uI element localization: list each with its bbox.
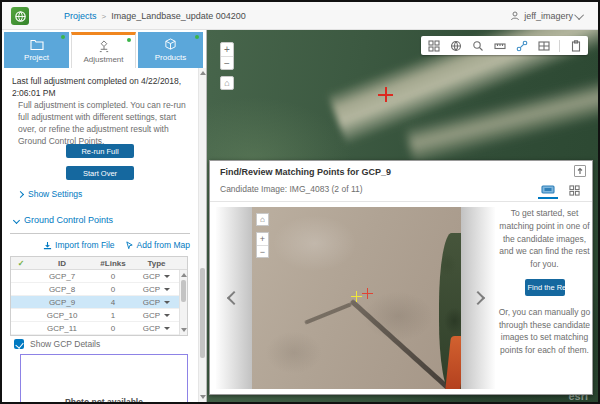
links-column-header: #Links — [93, 259, 133, 268]
start-over-button[interactable]: Start Over — [66, 166, 134, 180]
image-zoom-control: + − — [256, 232, 269, 258]
gcp-id: GCP_8 — [31, 285, 93, 294]
check-column-header: ✓ — [11, 259, 31, 268]
scroll-up-icon[interactable] — [200, 71, 206, 75]
panel-body: ⌂ + − To get started, set matching point… — [210, 201, 592, 394]
breadcrumb: Projects > Image_Landbase_update 004200 — [64, 2, 246, 30]
chevron-right-icon — [17, 190, 24, 197]
scroll-down-icon[interactable] — [181, 328, 187, 332]
single-image-view-toggle[interactable] — [538, 182, 558, 199]
breadcrumb-separator: > — [102, 12, 107, 21]
table-row[interactable]: GCP_11 0 GCP — [11, 322, 187, 335]
adjustment-icon — [97, 40, 111, 53]
tab-label: Adjustment — [83, 55, 123, 64]
image-zoom-in-button[interactable]: + — [257, 233, 268, 245]
zoom-out-button[interactable]: − — [221, 56, 233, 69]
gcp-table-header: ✓ ID #Links Type — [11, 257, 187, 270]
caret-down-icon — [164, 314, 170, 317]
esri-logo-icon[interactable] — [11, 7, 29, 25]
gcp-links-count: 1 — [93, 311, 133, 320]
gcp-section-toggle[interactable]: Ground Control Points — [14, 215, 113, 225]
project-title: Image_Landbase_update 004200 — [111, 11, 246, 21]
clipboard-icon[interactable] — [569, 39, 582, 52]
user-menu[interactable]: jeff_imagery — [510, 2, 584, 30]
view-toggle-group — [538, 182, 584, 199]
gcp-id: GCP_10 — [31, 311, 93, 320]
candidate-image[interactable]: ⌂ + − — [252, 207, 461, 389]
table-row-selected[interactable]: GCP_9 4 GCP — [11, 296, 187, 309]
popout-icon[interactable] — [574, 165, 586, 177]
scroll-thumb[interactable] — [181, 280, 186, 302]
folder-icon — [30, 39, 44, 51]
instructions-column: To get started, set matching point in on… — [495, 207, 594, 357]
map-pointer-icon — [125, 241, 134, 250]
image-home-button[interactable]: ⌂ — [256, 213, 269, 226]
gcp-type-dropdown[interactable]: GCP — [133, 311, 180, 320]
gcp-links-tool-icon[interactable] — [515, 39, 528, 52]
breadcrumb-projects-link[interactable]: Projects — [64, 11, 97, 21]
measure-icon[interactable] — [493, 39, 506, 52]
table-row[interactable]: GCP_8 0 GCP — [11, 283, 187, 296]
gcp-table: ✓ ID #Links Type GCP_7 0 GCP GCP_8 0 GCP… — [10, 256, 188, 336]
scroll-up-icon[interactable] — [181, 273, 187, 277]
gcp-id: GCP_9 — [31, 298, 93, 307]
image-grid-icon[interactable] — [427, 39, 440, 52]
next-image-button[interactable] — [461, 207, 495, 389]
home-extent-button[interactable]: ⌂ — [220, 76, 234, 90]
tab-project[interactable]: Project — [4, 32, 69, 68]
image-zoom-out-button[interactable]: − — [257, 245, 268, 257]
intro-text: To get started, set matching point in on… — [495, 207, 594, 271]
divider — [10, 233, 190, 234]
search-icon[interactable] — [471, 39, 484, 52]
gcp-links-count: 0 — [93, 324, 133, 333]
table-scrollbar[interactable] — [179, 270, 187, 335]
chevron-open-icon — [13, 216, 20, 223]
tab-products[interactable]: Products — [138, 32, 203, 68]
caret-down-icon — [164, 327, 170, 330]
candidate-image-label: Candidate Image: IMG_4083 (2 of 11) — [220, 184, 363, 194]
map-zoom-control: + − — [220, 42, 234, 70]
find-the-rest-button[interactable]: Find the Rest — [525, 279, 565, 296]
table-row[interactable]: GCP_10 1 GCP — [11, 309, 187, 322]
basemap-globe-icon[interactable] — [449, 39, 462, 52]
rerun-full-button[interactable]: Re-run Full — [66, 144, 134, 158]
sidebar-scrollbar[interactable] — [198, 68, 206, 402]
tab-adjustment[interactable]: Adjustment — [71, 32, 136, 68]
add-from-map-link[interactable]: Add from Map — [125, 240, 190, 250]
gcp-actions-row: Import from File Add from Map — [2, 240, 190, 250]
manual-text: Or, you can manually go through these ca… — [495, 306, 594, 357]
caret-down-icon — [164, 288, 170, 291]
show-gcp-details-row: Show GCP Details — [14, 339, 100, 349]
status-dot-icon — [127, 38, 131, 42]
gcp-type-dropdown[interactable]: GCP — [133, 298, 180, 307]
grid-view-toggle[interactable] — [564, 182, 584, 199]
gcp-photo-placeholder: Photo not available — [20, 354, 188, 402]
app-window: Projects > Image_Landbase_update 004200 … — [0, 0, 600, 404]
show-settings-label: Show Settings — [28, 189, 82, 199]
scroll-down-icon[interactable] — [200, 395, 206, 399]
gcp-links-count: 4 — [93, 298, 133, 307]
gcp-type-dropdown[interactable]: GCP — [133, 324, 180, 333]
map-toolbar — [421, 36, 588, 55]
gcp-type-dropdown[interactable]: GCP — [133, 272, 180, 281]
scroll-thumb[interactable] — [200, 268, 205, 358]
zoom-in-button[interactable]: + — [221, 43, 233, 56]
toolbar-separator — [559, 40, 560, 52]
app-header: Projects > Image_Landbase_update 004200 … — [2, 2, 598, 30]
import-from-file-link[interactable]: Import from File — [43, 240, 115, 250]
map-canvas[interactable]: esri + − ⌂ — [207, 30, 598, 402]
photo-not-available-text: Photo not available — [21, 397, 187, 402]
gcp-section-label: Ground Control Points — [24, 215, 113, 225]
gcp-links-count: 0 — [93, 285, 133, 294]
previous-image-button[interactable] — [216, 207, 252, 389]
caret-down-icon — [164, 301, 170, 304]
type-column-header: Type — [133, 259, 180, 268]
gcp-links-count: 0 — [93, 272, 133, 281]
status-dot-icon — [61, 35, 65, 39]
table-row[interactable]: GCP_7 0 GCP — [11, 270, 187, 283]
chevron-left-icon — [227, 291, 241, 305]
gcp-type-dropdown[interactable]: GCP — [133, 285, 180, 294]
show-gcp-details-checkbox[interactable] — [14, 339, 24, 349]
viewer-windows-icon[interactable] — [537, 39, 550, 52]
show-settings-toggle[interactable]: Show Settings — [18, 189, 82, 199]
